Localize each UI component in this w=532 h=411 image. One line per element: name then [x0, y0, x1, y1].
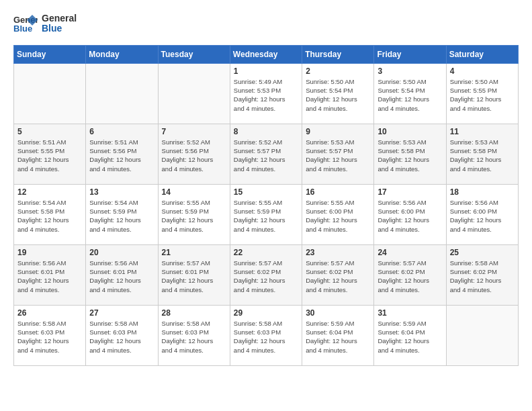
logo: General Blue General Blue: [13, 13, 77, 34]
day-number: 25: [450, 248, 515, 257]
calendar-cell: 28Sunrise: 5:58 AM Sunset: 6:03 PM Dayli…: [158, 305, 230, 365]
day-info: Sunrise: 5:58 AM Sunset: 6:03 PM Dayligh…: [234, 319, 298, 355]
day-info: Sunrise: 5:58 AM Sunset: 6:03 PM Dayligh…: [89, 319, 154, 355]
calendar-cell: 19Sunrise: 5:56 AM Sunset: 6:01 PM Dayli…: [14, 244, 86, 305]
day-header-tuesday: Tuesday: [158, 45, 230, 63]
week-row-3: 12Sunrise: 5:54 AM Sunset: 5:58 PM Dayli…: [14, 184, 519, 244]
day-info: Sunrise: 5:51 AM Sunset: 5:55 PM Dayligh…: [17, 138, 82, 173]
calendar-cell: 29Sunrise: 5:58 AM Sunset: 6:03 PM Dayli…: [230, 305, 302, 365]
day-info: Sunrise: 5:56 AM Sunset: 6:01 PM Dayligh…: [17, 259, 82, 294]
day-number: 5: [17, 127, 82, 136]
day-info: Sunrise: 5:49 AM Sunset: 5:53 PM Dayligh…: [234, 77, 298, 113]
day-number: 15: [234, 187, 298, 197]
calendar-cell: 31Sunrise: 5:59 AM Sunset: 6:04 PM Dayli…: [374, 305, 446, 365]
calendar-cell: 21Sunrise: 5:57 AM Sunset: 6:01 PM Dayli…: [158, 244, 230, 305]
day-number: 27: [89, 308, 154, 318]
day-header-saturday: Saturday: [446, 45, 518, 63]
calendar-cell: 16Sunrise: 5:55 AM Sunset: 6:00 PM Dayli…: [302, 184, 374, 244]
week-row-4: 19Sunrise: 5:56 AM Sunset: 6:01 PM Dayli…: [14, 244, 519, 305]
day-info: Sunrise: 5:59 AM Sunset: 6:04 PM Dayligh…: [378, 319, 442, 355]
calendar-cell: 30Sunrise: 5:59 AM Sunset: 6:04 PM Dayli…: [302, 305, 374, 365]
calendar-cell: 12Sunrise: 5:54 AM Sunset: 5:58 PM Dayli…: [14, 184, 86, 244]
day-number: 24: [378, 248, 442, 257]
day-info: Sunrise: 5:57 AM Sunset: 6:02 PM Dayligh…: [378, 259, 442, 294]
day-number: 18: [450, 187, 515, 197]
day-number: 30: [306, 308, 370, 318]
calendar-cell: 10Sunrise: 5:53 AM Sunset: 5:58 PM Dayli…: [374, 124, 446, 184]
calendar-cell: 2Sunrise: 5:50 AM Sunset: 5:54 PM Daylig…: [302, 63, 374, 124]
day-header-thursday: Thursday: [302, 45, 374, 63]
day-number: 31: [378, 308, 442, 318]
day-number: 28: [162, 308, 226, 318]
logo-icon: General Blue: [13, 13, 38, 34]
calendar-cell: 24Sunrise: 5:57 AM Sunset: 6:02 PM Dayli…: [374, 244, 446, 305]
day-info: Sunrise: 5:56 AM Sunset: 6:00 PM Dayligh…: [450, 198, 515, 234]
day-number: 19: [17, 248, 82, 257]
day-info: Sunrise: 5:53 AM Sunset: 5:57 PM Dayligh…: [306, 138, 370, 173]
calendar-cell: 23Sunrise: 5:57 AM Sunset: 6:02 PM Dayli…: [302, 244, 374, 305]
day-number: 8: [234, 127, 298, 136]
calendar-cell: 25Sunrise: 5:58 AM Sunset: 6:02 PM Dayli…: [446, 244, 518, 305]
day-number: 9: [306, 127, 370, 136]
day-number: 21: [162, 248, 226, 257]
week-row-5: 26Sunrise: 5:58 AM Sunset: 6:03 PM Dayli…: [14, 305, 519, 365]
day-info: Sunrise: 5:58 AM Sunset: 6:03 PM Dayligh…: [162, 319, 226, 355]
day-info: Sunrise: 5:56 AM Sunset: 6:01 PM Dayligh…: [89, 259, 154, 294]
day-info: Sunrise: 5:55 AM Sunset: 5:59 PM Dayligh…: [234, 198, 298, 234]
calendar-cell: 20Sunrise: 5:56 AM Sunset: 6:01 PM Dayli…: [86, 244, 158, 305]
calendar-cell: 18Sunrise: 5:56 AM Sunset: 6:00 PM Dayli…: [446, 184, 518, 244]
calendar-cell: 9Sunrise: 5:53 AM Sunset: 5:57 PM Daylig…: [302, 124, 374, 184]
calendar-cell: 7Sunrise: 5:52 AM Sunset: 5:56 PM Daylig…: [158, 124, 230, 184]
calendar-cell: 15Sunrise: 5:55 AM Sunset: 5:59 PM Dayli…: [230, 184, 302, 244]
day-header-monday: Monday: [86, 45, 158, 63]
day-info: Sunrise: 5:55 AM Sunset: 5:59 PM Dayligh…: [162, 198, 226, 234]
day-info: Sunrise: 5:50 AM Sunset: 5:54 PM Dayligh…: [378, 77, 442, 113]
day-info: Sunrise: 5:57 AM Sunset: 6:02 PM Dayligh…: [234, 259, 298, 294]
day-info: Sunrise: 5:52 AM Sunset: 5:56 PM Dayligh…: [162, 138, 226, 173]
week-row-1: 1Sunrise: 5:49 AM Sunset: 5:53 PM Daylig…: [14, 63, 519, 124]
calendar-cell: 3Sunrise: 5:50 AM Sunset: 5:54 PM Daylig…: [374, 63, 446, 124]
calendar-cell: 11Sunrise: 5:53 AM Sunset: 5:58 PM Dayli…: [446, 124, 518, 184]
day-info: Sunrise: 5:52 AM Sunset: 5:57 PM Dayligh…: [234, 138, 298, 173]
page-header: General Blue General Blue: [13, 13, 519, 34]
logo-general: General: [42, 13, 77, 24]
day-info: Sunrise: 5:56 AM Sunset: 6:00 PM Dayligh…: [378, 198, 442, 234]
calendar-cell: [14, 63, 86, 124]
days-header-row: SundayMondayTuesdayWednesdayThursdayFrid…: [14, 45, 519, 63]
day-number: 20: [89, 248, 154, 257]
day-number: 14: [162, 187, 226, 197]
day-number: 6: [89, 127, 154, 136]
calendar-cell: 22Sunrise: 5:57 AM Sunset: 6:02 PM Dayli…: [230, 244, 302, 305]
calendar-cell: 8Sunrise: 5:52 AM Sunset: 5:57 PM Daylig…: [230, 124, 302, 184]
day-number: 23: [306, 248, 370, 257]
calendar-table: SundayMondayTuesdayWednesdayThursdayFrid…: [13, 45, 519, 366]
day-number: 26: [17, 308, 82, 318]
day-info: Sunrise: 5:54 AM Sunset: 5:59 PM Dayligh…: [89, 198, 154, 234]
calendar-cell: 13Sunrise: 5:54 AM Sunset: 5:59 PM Dayli…: [86, 184, 158, 244]
day-header-sunday: Sunday: [14, 45, 86, 63]
calendar-cell: 1Sunrise: 5:49 AM Sunset: 5:53 PM Daylig…: [230, 63, 302, 124]
day-number: 17: [378, 187, 442, 197]
day-number: 4: [450, 66, 515, 76]
day-number: 12: [17, 187, 82, 197]
day-info: Sunrise: 5:58 AM Sunset: 6:03 PM Dayligh…: [17, 319, 82, 355]
calendar-cell: 5Sunrise: 5:51 AM Sunset: 5:55 PM Daylig…: [14, 124, 86, 184]
day-info: Sunrise: 5:50 AM Sunset: 5:55 PM Dayligh…: [450, 77, 515, 113]
day-number: 11: [450, 127, 515, 136]
day-number: 10: [378, 127, 442, 136]
day-info: Sunrise: 5:57 AM Sunset: 6:01 PM Dayligh…: [162, 259, 226, 294]
calendar-cell: 17Sunrise: 5:56 AM Sunset: 6:00 PM Dayli…: [374, 184, 446, 244]
week-row-2: 5Sunrise: 5:51 AM Sunset: 5:55 PM Daylig…: [14, 124, 519, 184]
calendar-cell: 26Sunrise: 5:58 AM Sunset: 6:03 PM Dayli…: [14, 305, 86, 365]
day-info: Sunrise: 5:53 AM Sunset: 5:58 PM Dayligh…: [450, 138, 515, 173]
day-header-wednesday: Wednesday: [230, 45, 302, 63]
day-number: 2: [306, 66, 370, 76]
day-number: 7: [162, 127, 226, 136]
calendar-cell: 6Sunrise: 5:51 AM Sunset: 5:56 PM Daylig…: [86, 124, 158, 184]
calendar-cell: [158, 63, 230, 124]
day-info: Sunrise: 5:54 AM Sunset: 5:58 PM Dayligh…: [17, 198, 82, 234]
day-info: Sunrise: 5:58 AM Sunset: 6:02 PM Dayligh…: [450, 259, 515, 294]
day-info: Sunrise: 5:59 AM Sunset: 6:04 PM Dayligh…: [306, 319, 370, 355]
day-info: Sunrise: 5:53 AM Sunset: 5:58 PM Dayligh…: [378, 138, 442, 173]
day-info: Sunrise: 5:57 AM Sunset: 6:02 PM Dayligh…: [306, 259, 370, 294]
